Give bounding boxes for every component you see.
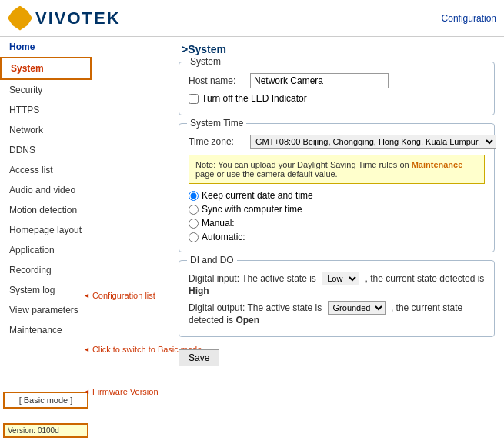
firmware-label: Firmware Version	[92, 387, 159, 396]
sidebar-item-ddns[interactable]: DDNS	[0, 140, 92, 160]
sidebar-item-application[interactable]: Application	[0, 240, 92, 260]
sidebar-item-system[interactable]: System	[0, 57, 92, 80]
sidebar-item-security[interactable]: Security	[0, 80, 92, 100]
sidebar-item-recording[interactable]: Recording	[0, 260, 92, 280]
radio-keep-input[interactable]	[189, 191, 199, 201]
led-checkbox[interactable]	[189, 94, 199, 104]
vivotek-logo-icon	[8, 6, 32, 31]
di-label: Digital input: The active state is	[189, 273, 316, 284]
sidebar-item-home[interactable]: Home	[0, 37, 92, 57]
header: VIVOTEK Configuration	[0, 0, 504, 37]
di-detected-value: High	[189, 285, 209, 296]
hostname-input[interactable]	[250, 73, 389, 88]
di-select[interactable]: Low High	[322, 272, 359, 285]
radio-sync-label: Sync with computer time	[202, 204, 302, 215]
di-do-section: DI and DO Digital input: The active stat…	[179, 260, 495, 337]
main-content: >System System Host name: Turn off the L…	[169, 37, 504, 444]
sidebar-item-homepage-layout[interactable]: Homepage layout	[0, 220, 92, 240]
radio-automatic-label: Automatic:	[202, 232, 245, 242]
logo: VIVOTEK	[8, 6, 121, 31]
system-section: System Host name: Turn off the LED Indic…	[179, 62, 495, 115]
sidebar-item-motion-detection[interactable]: Motion detection	[0, 200, 92, 220]
sidebar-item-access-list[interactable]: Access list	[0, 160, 92, 180]
hostname-row: Host name:	[189, 73, 485, 88]
maintenance-link[interactable]: Maintenance	[412, 160, 463, 169]
sidebar-nav: HomeSystemSecurityHTTPSNetworkDDNSAccess…	[0, 37, 92, 444]
sidebar-item-https[interactable]: HTTPS	[0, 100, 92, 120]
di-detected-label: , the current state detected is	[365, 273, 485, 284]
basic-mode-button[interactable]: [ Basic mode ]	[3, 392, 88, 409]
config-list-label: Configuration list	[92, 291, 155, 300]
di-do-title: DI and DO	[187, 255, 237, 265]
firmware-arrow-icon: ◄	[83, 388, 90, 396]
configuration-link[interactable]: Configuration	[442, 13, 496, 24]
note-text2: page or use the camera default value.	[195, 169, 338, 179]
sidebar-item-view-parameters[interactable]: View parameters	[0, 300, 92, 320]
sidebar-area: HomeSystemSecurityHTTPSNetworkDDNSAccess…	[0, 37, 169, 444]
timezone-select[interactable]: GMT+08:00 Beijing, Chongqing, Hong Kong,…	[250, 135, 496, 149]
radio-manual: Manual:	[189, 218, 485, 229]
save-button[interactable]: Save	[179, 349, 219, 366]
radio-automatic: Automatic:	[189, 232, 485, 242]
sidebar-item-maintenance[interactable]: Maintenance	[0, 320, 92, 340]
basic-mode-arrow-icon: ◄	[83, 346, 90, 353]
do-select[interactable]: Grounded Open	[328, 301, 386, 315]
radio-keep: Keep current date and time	[189, 190, 485, 201]
page-title: >System	[179, 43, 495, 55]
sidebar-item-network[interactable]: Network	[0, 120, 92, 140]
note-text: Note: You can upload your Daylight Savin…	[195, 160, 412, 169]
led-row: Turn off the LED Indicator	[189, 93, 485, 104]
hostname-label: Host name:	[189, 75, 250, 86]
radio-manual-label: Manual:	[202, 218, 235, 229]
system-time-title: System Time	[187, 118, 246, 129]
timezone-label: Time zone:	[189, 136, 250, 147]
sidebar-item-audio-video[interactable]: Audio and video	[0, 180, 92, 200]
config-list-annotation: ◄ Configuration list	[83, 291, 155, 300]
digital-output-row: Digital output: The active state is Grou…	[189, 301, 485, 325]
logo-text: VIVOTEK	[35, 8, 121, 28]
main-layout: HomeSystemSecurityHTTPSNetworkDDNSAccess…	[0, 37, 504, 444]
led-label: Turn off the LED Indicator	[202, 93, 307, 104]
config-list-arrow-icon: ◄	[83, 292, 90, 299]
digital-input-row: Digital input: The active state is Low H…	[189, 272, 485, 296]
radio-automatic-input[interactable]	[189, 232, 199, 242]
radio-sync: Sync with computer time	[189, 204, 485, 215]
radio-manual-input[interactable]	[189, 219, 199, 229]
firmware-annotation: ◄ Firmware Version	[83, 387, 159, 396]
do-detected-value: Open	[235, 315, 259, 325]
radio-keep-label: Keep current date and time	[202, 190, 313, 201]
system-section-title: System	[187, 56, 224, 67]
sidebar-item-system-log[interactable]: System log	[0, 280, 92, 300]
do-label: Digital output: The active state is	[189, 302, 322, 313]
system-time-section: System Time Time zone: GMT+08:00 Beijing…	[179, 123, 495, 252]
version-label: Version: 0100d	[3, 423, 88, 438]
radio-sync-input[interactable]	[189, 205, 199, 215]
timezone-row: Time zone: GMT+08:00 Beijing, Chongqing,…	[189, 135, 485, 149]
nav-items: HomeSystemSecurityHTTPSNetworkDDNSAccess…	[0, 37, 92, 340]
note-box: Note: You can upload your Daylight Savin…	[189, 155, 485, 184]
